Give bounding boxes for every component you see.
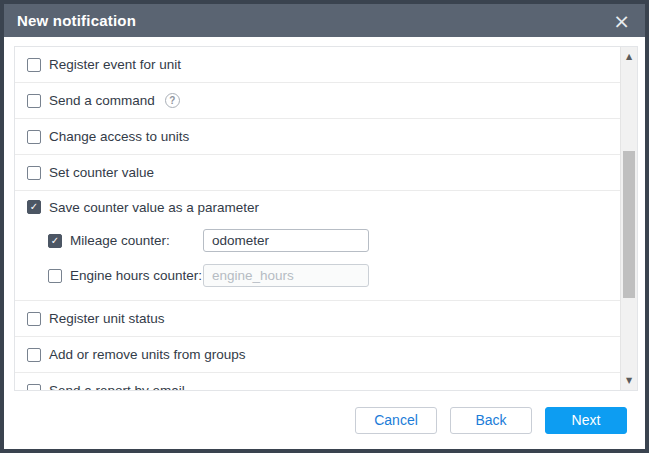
cancel-button[interactable]: Cancel [355,407,437,434]
list-item-label: Register unit status [49,311,165,326]
help-icon[interactable]: ? [165,93,180,108]
checkbox-save-counter-checked[interactable]: ✓ [27,200,41,214]
next-button[interactable]: Next [545,407,627,434]
mileage-counter-input[interactable] [203,229,369,252]
scrollbar[interactable]: ▲ ▼ [620,47,637,390]
dialog-footer: Cancel Back Next [4,391,645,449]
mileage-counter-row: ✓ Mileage counter: [15,223,620,258]
new-notification-dialog: New notification × Register event for un… [0,0,649,453]
checkbox-register-unit-status[interactable] [27,312,41,326]
list-item-set-counter[interactable]: Set counter value [15,155,620,191]
scroll-down-icon[interactable]: ▼ [621,372,637,389]
checkbox-add-remove-groups[interactable] [27,348,41,362]
list-item-register-unit-status[interactable]: Register unit status [15,301,620,337]
list-item-label: Add or remove units from groups [49,347,246,362]
checkbox-send-report[interactable] [27,384,41,392]
mileage-counter-label: Mileage counter: [70,233,203,248]
list-item-label: Set counter value [49,165,154,180]
list-item-label: Register event for unit [49,57,181,72]
close-icon[interactable]: × [611,11,632,31]
checkbox-set-counter[interactable] [27,166,41,180]
list-item-label: Send a command [49,93,155,108]
engine-hours-counter-row: Engine hours counter: [15,258,620,293]
action-rows: Register event for unit Send a command ?… [15,47,620,391]
scrollbar-thumb[interactable] [623,151,635,298]
back-button[interactable]: Back [450,407,532,434]
engine-hours-counter-label: Engine hours counter: [70,268,203,283]
list-item-send-command[interactable]: Send a command ? [15,83,620,119]
list-item-label: Change access to units [49,129,189,144]
list-item-save-counter[interactable]: ✓ Save counter value as a parameter [15,191,620,223]
checkbox-register-event[interactable] [27,58,41,72]
dialog-title: New notification [17,12,136,29]
scroll-up-icon[interactable]: ▲ [621,48,637,65]
list-item-label: Save counter value as a parameter [49,200,259,215]
list-item-send-report[interactable]: Send a report by email [15,373,620,391]
engine-hours-counter-input[interactable] [203,264,369,287]
list-item-save-counter-block: ✓ Save counter value as a parameter ✓ Mi… [15,191,620,301]
list-item-label: Send a report by email [49,383,185,391]
list-item-register-event[interactable]: Register event for unit [15,47,620,83]
list-item-add-remove-groups[interactable]: Add or remove units from groups [15,337,620,373]
dialog-header: New notification × [4,4,645,37]
checkbox-send-command[interactable] [27,94,41,108]
action-type-list: Register event for unit Send a command ?… [14,46,638,391]
list-item-change-access[interactable]: Change access to units [15,119,620,155]
checkbox-change-access[interactable] [27,130,41,144]
checkbox-engine-hours-counter[interactable] [48,269,62,283]
checkbox-mileage-counter-checked[interactable]: ✓ [48,234,62,248]
